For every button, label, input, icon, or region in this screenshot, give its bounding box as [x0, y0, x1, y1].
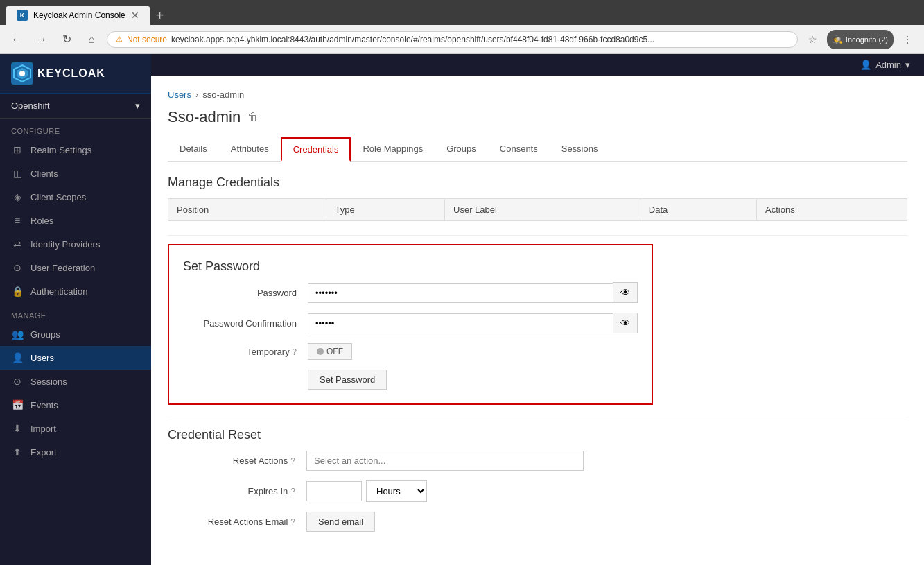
incognito-badge: 🕵 Incognito (2) — [827, 30, 894, 49]
nav-forward-btn[interactable]: → — [32, 30, 51, 49]
incognito-label: Incognito (2) — [846, 35, 888, 44]
toggle-off-btn[interactable]: OFF — [308, 343, 352, 360]
toggle-label: OFF — [326, 347, 343, 356]
realm-settings-icon: ⊞ — [11, 144, 24, 156]
set-password-btn-row: Set Password — [183, 370, 638, 390]
send-email-btn[interactable]: Send email — [306, 512, 375, 532]
sessions-icon: ⊙ — [11, 375, 24, 388]
nav-refresh-btn[interactable]: ↻ — [57, 30, 76, 49]
tab-consents[interactable]: Consents — [488, 137, 550, 162]
page-title: Sso-admin — [168, 108, 241, 126]
password-confirmation-input-wrap: 👁 — [308, 313, 638, 333]
admin-menu[interactable]: 👤 Admin ▾ — [860, 60, 910, 70]
password-confirmation-input[interactable] — [308, 313, 613, 333]
sidebar-label-groups: Groups — [30, 329, 60, 340]
clients-icon: ◫ — [11, 167, 24, 180]
sidebar-item-export[interactable]: ⬆Export — [0, 440, 151, 464]
expires-input[interactable]: 12 — [306, 481, 362, 501]
sidebar-item-identity-providers[interactable]: ⇄Identity Providers — [0, 232, 151, 256]
reset-actions-label: Reset Actions ? — [168, 455, 306, 466]
sidebar-item-import[interactable]: ⬇Import — [0, 417, 151, 440]
events-icon: 📅 — [11, 399, 24, 411]
nav-back-btn[interactable]: ← — [7, 30, 26, 49]
user-federation-icon: ⊙ — [11, 261, 24, 274]
reset-actions-input[interactable] — [306, 451, 584, 471]
new-tab-btn[interactable]: + — [156, 8, 164, 24]
manage-nav: 👥Groups👤Users⊙Sessions📅Events⬇Import⬆Exp… — [0, 322, 151, 464]
reset-actions-help-icon[interactable]: ? — [290, 456, 295, 466]
expires-in-row: Expires In ? 12 MinutesHoursDays — [168, 480, 907, 502]
expires-in-help-icon[interactable]: ? — [290, 487, 295, 496]
keycloak-logo: KEYCLOAK — [11, 62, 105, 85]
browser-actions: ☆ 🕵 Incognito (2) ⋮ — [803, 30, 917, 49]
reset-actions-email-label: Reset Actions Email ? — [168, 516, 306, 527]
sidebar-label-import: Import — [30, 424, 56, 434]
admin-label: Admin — [875, 60, 901, 70]
breadcrumb-current: sso-admin — [202, 89, 244, 100]
sidebar-item-authentication[interactable]: 🔒Authentication — [0, 279, 151, 303]
sidebar-item-clients[interactable]: ◫Clients — [0, 162, 151, 185]
configure-section-label: Configure — [0, 119, 151, 138]
tab-attributes[interactable]: Attributes — [219, 137, 281, 162]
menu-btn[interactable]: ⋮ — [898, 30, 917, 49]
sidebar-item-users[interactable]: 👤Users — [0, 346, 151, 370]
delete-user-icon[interactable]: 🗑 — [247, 111, 259, 123]
realm-arrow-icon: ▾ — [135, 101, 140, 111]
password-confirmation-eye-btn[interactable]: 👁 — [613, 313, 638, 333]
sidebar-item-roles[interactable]: ≡Roles — [0, 209, 151, 232]
password-confirmation-row: Password Confirmation 👁 — [183, 313, 638, 333]
sidebar-item-client-scopes[interactable]: ◈Client Scopes — [0, 185, 151, 209]
main-content: 👤 Admin ▾ Users › sso-admin Sso-admin 🗑 … — [151, 54, 924, 565]
tabs: DetailsAttributesCredentialsRole Mapping… — [168, 137, 907, 162]
lock-icon: ⚠ — [116, 35, 123, 44]
tab-credentials[interactable]: Credentials — [281, 137, 351, 162]
sidebar-label-sessions: Sessions — [30, 376, 67, 387]
temporary-toggle[interactable]: OFF — [308, 343, 352, 360]
content-area: Users › sso-admin Sso-admin 🗑 DetailsAtt… — [151, 76, 924, 555]
sidebar-item-realm-settings[interactable]: ⊞Realm Settings — [0, 138, 151, 162]
temporary-help-icon[interactable]: ? — [292, 347, 297, 357]
browser-tab[interactable]: K Keycloak Admin Console ✕ — [6, 6, 150, 25]
credentials-table: PositionTypeUser LabelDataActions — [168, 198, 907, 221]
main-header: 👤 Admin ▾ — [151, 54, 924, 76]
tab-sessions[interactable]: Sessions — [550, 137, 610, 162]
tab-details[interactable]: Details — [168, 137, 219, 162]
password-eye-btn[interactable]: 👁 — [613, 282, 638, 303]
reset-actions-row: Reset Actions ? — [168, 451, 907, 471]
admin-arrow-icon: ▾ — [905, 60, 910, 70]
sidebar-item-groups[interactable]: 👥Groups — [0, 322, 151, 346]
incognito-icon: 🕵 — [833, 35, 843, 44]
tab-role-mappings[interactable]: Role Mappings — [351, 137, 435, 162]
tab-close-btn[interactable]: ✕ — [131, 10, 139, 21]
password-input[interactable] — [308, 283, 613, 303]
expires-unit-select[interactable]: MinutesHoursDays — [366, 480, 427, 502]
reset-actions-email-help-icon[interactable]: ? — [290, 517, 295, 527]
password-confirmation-label: Password Confirmation — [183, 318, 308, 329]
breadcrumb-separator: › — [195, 89, 198, 100]
tab-groups[interactable]: Groups — [435, 137, 488, 162]
bookmark-btn[interactable]: ☆ — [803, 30, 823, 49]
page-title-row: Sso-admin 🗑 — [168, 108, 907, 126]
sidebar-item-user-federation[interactable]: ⊙User Federation — [0, 256, 151, 279]
temporary-label: Temporary ? — [183, 347, 308, 357]
sidebar-item-events[interactable]: 📅Events — [0, 393, 151, 417]
breadcrumb-users-link[interactable]: Users — [168, 89, 191, 100]
realm-selector[interactable]: Openshift ▾ — [0, 94, 151, 119]
address-bar[interactable]: ⚠ Not secure keycloak.apps.ocp4.ybkim.lo… — [107, 31, 798, 48]
groups-icon: 👥 — [11, 328, 24, 340]
configure-nav: ⊞Realm Settings◫Clients◈Client Scopes≡Ro… — [0, 138, 151, 303]
sidebar-label-export: Export — [30, 447, 57, 458]
tab-bar: K Keycloak Admin Console ✕ + — [0, 0, 924, 25]
toggle-indicator — [317, 348, 324, 355]
reset-actions-email-row: Reset Actions Email ? Send email — [168, 512, 907, 532]
sidebar-label-identity-providers: Identity Providers — [30, 239, 100, 250]
logo-text: KEYCLOAK — [37, 67, 105, 80]
favicon-icon: K — [17, 10, 28, 21]
nav-home-btn[interactable]: ⌂ — [82, 30, 101, 49]
password-label: Password — [183, 288, 308, 298]
browser-chrome: K Keycloak Admin Console ✕ + ← → ↻ ⌂ ⚠ N… — [0, 0, 924, 54]
app: KEYCLOAK Openshift ▾ Configure ⊞Realm Se… — [0, 54, 924, 565]
set-password-btn[interactable]: Set Password — [308, 370, 387, 390]
sidebar-item-sessions[interactable]: ⊙Sessions — [0, 370, 151, 393]
col-actions: Actions — [757, 199, 907, 221]
